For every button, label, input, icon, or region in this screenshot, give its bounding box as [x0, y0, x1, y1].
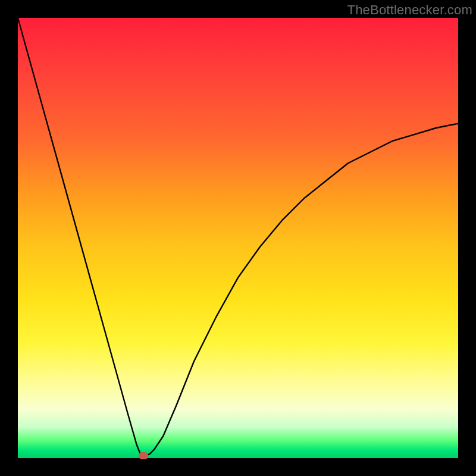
watermark-text: TheBottlenecker.com [347, 2, 472, 18]
optimum-marker [139, 452, 148, 459]
bottleneck-curve [18, 18, 458, 458]
chart-stage: TheBottlenecker.com [0, 0, 476, 476]
curve-line [18, 18, 458, 456]
plot-area [18, 18, 458, 458]
